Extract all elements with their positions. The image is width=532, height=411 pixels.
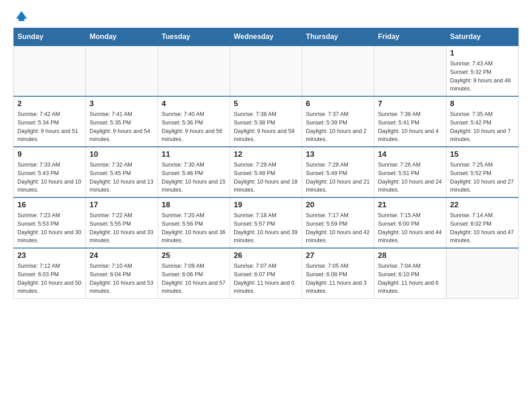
day-number: 26 [234, 251, 298, 260]
logo-text [13, 9, 28, 21]
calendar-cell: 18Sunrise: 7:20 AM Sunset: 5:56 PM Dayli… [158, 197, 230, 248]
calendar-cell [14, 46, 86, 96]
day-number: 4 [162, 99, 226, 108]
calendar-cell: 10Sunrise: 7:32 AM Sunset: 5:45 PM Dayli… [86, 147, 158, 197]
col-sunday: Sunday [14, 28, 86, 46]
calendar-cell: 28Sunrise: 7:04 AM Sunset: 6:10 PM Dayli… [374, 248, 446, 299]
day-info: Sunrise: 7:36 AM Sunset: 5:41 PM Dayligh… [378, 110, 442, 144]
week-row-3: 9Sunrise: 7:33 AM Sunset: 5:43 PM Daylig… [14, 147, 519, 197]
day-number: 5 [234, 99, 298, 108]
day-info: Sunrise: 7:40 AM Sunset: 5:36 PM Dayligh… [162, 110, 226, 144]
logo [13, 9, 28, 19]
calendar-cell: 14Sunrise: 7:26 AM Sunset: 5:51 PM Dayli… [374, 147, 446, 197]
day-info: Sunrise: 7:38 AM Sunset: 5:38 PM Dayligh… [234, 110, 298, 144]
calendar-cell: 20Sunrise: 7:17 AM Sunset: 5:59 PM Dayli… [302, 197, 374, 248]
day-info: Sunrise: 7:25 AM Sunset: 5:52 PM Dayligh… [450, 161, 515, 194]
day-number: 10 [90, 150, 154, 159]
calendar-cell: 21Sunrise: 7:15 AM Sunset: 6:00 PM Dayli… [374, 197, 446, 248]
day-number: 17 [90, 201, 154, 210]
day-number: 23 [17, 251, 82, 260]
col-monday: Monday [86, 28, 158, 46]
day-number: 21 [378, 201, 442, 210]
calendar-cell: 1Sunrise: 7:43 AM Sunset: 5:32 PM Daylig… [446, 46, 519, 96]
day-info: Sunrise: 7:23 AM Sunset: 5:53 PM Dayligh… [17, 211, 82, 245]
day-number: 8 [450, 99, 515, 108]
col-tuesday: Tuesday [158, 28, 230, 46]
day-number: 12 [234, 150, 298, 159]
day-number: 16 [17, 201, 82, 210]
calendar-cell: 17Sunrise: 7:22 AM Sunset: 5:55 PM Dayli… [86, 197, 158, 248]
day-info: Sunrise: 7:43 AM Sunset: 5:32 PM Dayligh… [450, 60, 515, 93]
col-friday: Friday [374, 28, 446, 46]
calendar-cell: 15Sunrise: 7:25 AM Sunset: 5:52 PM Dayli… [446, 147, 519, 197]
day-info: Sunrise: 7:22 AM Sunset: 5:55 PM Dayligh… [90, 211, 154, 245]
day-number: 25 [162, 251, 226, 260]
day-number: 7 [378, 99, 442, 108]
calendar-header-row: Sunday Monday Tuesday Wednesday Thursday… [14, 28, 519, 46]
week-row-1: 1Sunrise: 7:43 AM Sunset: 5:32 PM Daylig… [14, 46, 519, 96]
calendar-cell: 3Sunrise: 7:41 AM Sunset: 5:35 PM Daylig… [86, 96, 158, 147]
col-saturday: Saturday [446, 28, 519, 46]
calendar-cell: 16Sunrise: 7:23 AM Sunset: 5:53 PM Dayli… [14, 197, 86, 248]
calendar-cell: 22Sunrise: 7:14 AM Sunset: 6:02 PM Dayli… [446, 197, 519, 248]
calendar-cell: 23Sunrise: 7:12 AM Sunset: 6:03 PM Dayli… [14, 248, 86, 299]
day-info: Sunrise: 7:05 AM Sunset: 6:08 PM Dayligh… [306, 262, 370, 295]
day-info: Sunrise: 7:35 AM Sunset: 5:42 PM Dayligh… [450, 110, 515, 144]
calendar-cell: 6Sunrise: 7:37 AM Sunset: 5:39 PM Daylig… [302, 96, 374, 147]
day-info: Sunrise: 7:12 AM Sunset: 6:03 PM Dayligh… [17, 262, 82, 295]
day-number: 14 [378, 150, 442, 159]
day-number: 22 [450, 201, 515, 210]
day-number: 13 [306, 150, 370, 159]
svg-marker-0 [16, 11, 27, 19]
day-info: Sunrise: 7:29 AM Sunset: 5:48 PM Dayligh… [234, 161, 298, 194]
day-info: Sunrise: 7:33 AM Sunset: 5:43 PM Dayligh… [17, 161, 82, 194]
day-info: Sunrise: 7:30 AM Sunset: 5:46 PM Dayligh… [162, 161, 226, 194]
day-info: Sunrise: 7:26 AM Sunset: 5:51 PM Dayligh… [378, 161, 442, 194]
week-row-4: 16Sunrise: 7:23 AM Sunset: 5:53 PM Dayli… [14, 197, 519, 248]
svg-marker-1 [18, 18, 24, 21]
day-number: 6 [306, 99, 370, 108]
day-info: Sunrise: 7:37 AM Sunset: 5:39 PM Dayligh… [306, 110, 370, 144]
calendar-cell [302, 46, 374, 96]
calendar-cell: 24Sunrise: 7:10 AM Sunset: 6:04 PM Dayli… [86, 248, 158, 299]
calendar-cell: 9Sunrise: 7:33 AM Sunset: 5:43 PM Daylig… [14, 147, 86, 197]
col-thursday: Thursday [302, 28, 374, 46]
day-info: Sunrise: 7:09 AM Sunset: 6:06 PM Dayligh… [162, 262, 226, 295]
calendar-cell: 25Sunrise: 7:09 AM Sunset: 6:06 PM Dayli… [158, 248, 230, 299]
week-row-5: 23Sunrise: 7:12 AM Sunset: 6:03 PM Dayli… [14, 248, 519, 299]
day-number: 24 [90, 251, 154, 260]
day-info: Sunrise: 7:41 AM Sunset: 5:35 PM Dayligh… [90, 110, 154, 144]
calendar-cell: 4Sunrise: 7:40 AM Sunset: 5:36 PM Daylig… [158, 96, 230, 147]
day-info: Sunrise: 7:20 AM Sunset: 5:56 PM Dayligh… [162, 211, 226, 245]
day-number: 20 [306, 201, 370, 210]
day-number: 28 [378, 251, 442, 260]
calendar-cell: 11Sunrise: 7:30 AM Sunset: 5:46 PM Dayli… [158, 147, 230, 197]
page-header [13, 9, 519, 19]
day-number: 27 [306, 251, 370, 260]
day-info: Sunrise: 7:17 AM Sunset: 5:59 PM Dayligh… [306, 211, 370, 245]
calendar-cell: 19Sunrise: 7:18 AM Sunset: 5:57 PM Dayli… [230, 197, 302, 248]
calendar-cell: 5Sunrise: 7:38 AM Sunset: 5:38 PM Daylig… [230, 96, 302, 147]
calendar-cell [86, 46, 158, 96]
day-number: 18 [162, 201, 226, 210]
day-number: 19 [234, 201, 298, 210]
day-info: Sunrise: 7:18 AM Sunset: 5:57 PM Dayligh… [234, 211, 298, 245]
day-info: Sunrise: 7:14 AM Sunset: 6:02 PM Dayligh… [450, 211, 515, 245]
calendar-table: Sunday Monday Tuesday Wednesday Thursday… [13, 28, 519, 299]
calendar-cell: 26Sunrise: 7:07 AM Sunset: 6:07 PM Dayli… [230, 248, 302, 299]
logo-icon [15, 9, 28, 21]
calendar-cell [446, 248, 519, 299]
calendar-cell: 2Sunrise: 7:42 AM Sunset: 5:34 PM Daylig… [14, 96, 86, 147]
calendar-cell [230, 46, 302, 96]
day-info: Sunrise: 7:04 AM Sunset: 6:10 PM Dayligh… [378, 262, 442, 295]
day-info: Sunrise: 7:15 AM Sunset: 6:00 PM Dayligh… [378, 211, 442, 245]
calendar-cell: 13Sunrise: 7:28 AM Sunset: 5:49 PM Dayli… [302, 147, 374, 197]
calendar-cell: 7Sunrise: 7:36 AM Sunset: 5:41 PM Daylig… [374, 96, 446, 147]
day-number: 3 [90, 99, 154, 108]
calendar-cell [158, 46, 230, 96]
day-info: Sunrise: 7:10 AM Sunset: 6:04 PM Dayligh… [90, 262, 154, 295]
col-wednesday: Wednesday [230, 28, 302, 46]
week-row-2: 2Sunrise: 7:42 AM Sunset: 5:34 PM Daylig… [14, 96, 519, 147]
day-number: 15 [450, 150, 515, 159]
day-info: Sunrise: 7:07 AM Sunset: 6:07 PM Dayligh… [234, 262, 298, 295]
